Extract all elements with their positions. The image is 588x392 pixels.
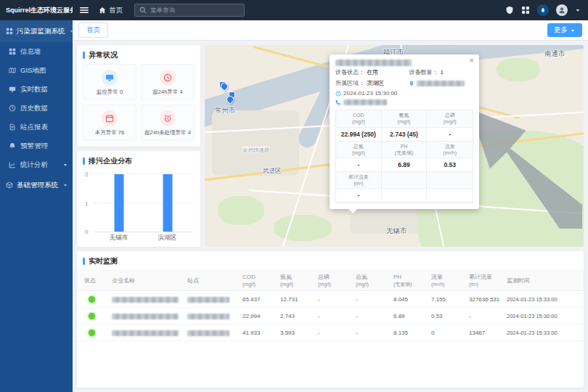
company-name-redacted xyxy=(112,314,179,319)
popup-title-redacted xyxy=(335,60,412,66)
abnormal-card-0[interactable]: 监控异常 0 xyxy=(83,64,136,100)
station-name-redacted xyxy=(187,297,229,303)
table-header: 状态企业名称站点COD(mg/l)氨氮(mg/l)总磷(mg/l)总氮(mg/l… xyxy=(77,270,584,291)
close-icon[interactable]: × xyxy=(470,56,474,65)
column-header: 流量(m³/h) xyxy=(431,271,466,290)
chart-title: 排污企业分布 xyxy=(89,156,132,166)
popup-metric-name: 总氮(mg/l) xyxy=(336,142,382,158)
table-cell: 7.155 xyxy=(431,296,466,303)
status-dot xyxy=(89,296,95,303)
table-cell: - xyxy=(469,313,504,319)
sidebar-item-3[interactable]: 历史数据 xyxy=(0,99,73,118)
column-header: 状态 xyxy=(84,274,109,287)
table-body: 65.43712.731--8.0457.155327636.5312024-0… xyxy=(77,291,584,341)
abnormal-card-1[interactable]: 超24h异常 4 xyxy=(141,64,195,100)
table-cell: - xyxy=(356,296,391,303)
doc-icon xyxy=(9,123,16,131)
enterprise-distribution-panel: 排污企业分布 012无锡市滨湖区 xyxy=(77,151,200,247)
table-cell: - xyxy=(318,313,353,319)
more-button-label: 更多 xyxy=(554,25,568,35)
status-cell xyxy=(84,313,109,319)
popup-metric-value: - xyxy=(336,189,382,203)
sidebar-item-6[interactable]: 统计分析 xyxy=(0,155,73,174)
grid-icon xyxy=(9,48,16,55)
table-cell: - xyxy=(318,296,353,303)
platform-logo-icon[interactable] xyxy=(537,4,549,16)
sidebar-section-basic-management[interactable]: 基础管理系统 xyxy=(0,174,73,196)
avatar[interactable] xyxy=(556,4,568,16)
tab-home[interactable]: 首页 xyxy=(78,23,108,38)
chevron-down-icon[interactable] xyxy=(575,7,581,13)
gis-map[interactable]: × 设备状态： 在用 设备数量： 1 所属区域： xyxy=(205,45,584,247)
popup-metric-value: 6.89 xyxy=(382,158,428,172)
phone-field xyxy=(335,99,473,105)
popup-metric-name: 流量(m³/h) xyxy=(427,142,473,158)
station-cell xyxy=(187,330,240,336)
popup-metric-name: 累计流量(m³) xyxy=(336,172,382,189)
clock-icon xyxy=(163,73,172,82)
station-cell xyxy=(187,313,240,319)
map-label: 常州市 xyxy=(215,106,236,115)
chevron-down-icon xyxy=(69,28,75,34)
title-accent-bar xyxy=(83,52,85,59)
address-field xyxy=(409,79,473,87)
popup-metrics-table: COD(mg/l)氨氮(mg/l)总磷(mg/l)22.994 (250)2.7… xyxy=(335,110,473,203)
sidebar-item-0[interactable]: 信息墙 xyxy=(0,42,73,61)
chart-ytick: 0 xyxy=(85,229,88,235)
top-bar: Squirrel生态环境云服务平台 首页 xyxy=(0,0,588,20)
chart-ytick: 2 xyxy=(85,171,88,178)
breadcrumb[interactable]: 首页 xyxy=(99,6,123,15)
table-row[interactable]: 22.9942.743--6.890.53-2024-01-23 15:30:0… xyxy=(77,308,584,324)
popup-metric-name: 总磷(mg/l) xyxy=(427,110,473,127)
monitor-time: 2024-01-23 15:30:00 xyxy=(507,313,576,319)
chevron-down-icon xyxy=(570,28,576,33)
clock-icon xyxy=(9,105,16,112)
table-row[interactable]: 41.9333.593--8.1350134672024-01-23 15:33… xyxy=(77,324,584,341)
column-header: 站点 xyxy=(187,274,240,287)
company-name-redacted xyxy=(112,297,179,303)
abnormal-panel-title: 异常状况 xyxy=(89,50,118,60)
hamburger-menu-icon[interactable] xyxy=(80,6,89,15)
sidebar-item-label: 实时数据 xyxy=(20,85,48,94)
map-popup: × 设备状态： 在用 设备数量： 1 所属区域： xyxy=(330,54,479,209)
status-dot xyxy=(89,313,95,319)
table-cell: 22.994 xyxy=(242,313,277,319)
map-green-area xyxy=(218,196,264,225)
station-name-redacted xyxy=(187,314,229,319)
abnormal-card-2[interactable]: 本月异常 76 xyxy=(83,105,136,141)
more-button[interactable]: 更多 xyxy=(547,23,582,37)
table-cell: - xyxy=(356,313,391,319)
table-cell: 0.53 xyxy=(431,313,466,319)
location-pin-icon xyxy=(409,81,415,86)
bar-chart: 012无锡市滨湖区 xyxy=(94,174,192,232)
table-cell: - xyxy=(356,330,391,336)
apps-grid-icon[interactable] xyxy=(521,6,530,15)
popup-address-redacted xyxy=(417,81,465,86)
column-header: 监测时间 xyxy=(507,274,576,287)
chart-ytick: 1 xyxy=(85,200,88,206)
abnormal-card-label: 监控异常 0 xyxy=(84,89,135,96)
abnormal-card-3[interactable]: 超24h未处理异常 4 xyxy=(141,105,195,141)
table-cell: 0 xyxy=(431,330,466,336)
company-cell xyxy=(112,313,184,319)
map-urban-area xyxy=(212,110,299,176)
popup-time: 2024-01-23 15:30:00 xyxy=(343,90,397,97)
table-cell: 65.437 xyxy=(242,296,277,303)
map-icon xyxy=(9,67,16,74)
title-accent-bar xyxy=(83,258,85,265)
popup-metric-value xyxy=(382,189,428,203)
menu-search-input[interactable] xyxy=(150,7,240,14)
sidebar-item-4[interactable]: 站点报表 xyxy=(0,118,73,136)
sidebar-item-5[interactable]: 预警管理 xyxy=(0,136,73,155)
content: 异常状况 监控异常 0 超24h异常 4 本月异常 76 超24h未处理异常 4… xyxy=(73,41,588,392)
abnormal-card-label: 本月异常 76 xyxy=(84,129,135,136)
popup-metric-name xyxy=(382,172,428,189)
sidebar-section-pollution-monitoring[interactable]: 污染源监测系统 xyxy=(0,20,73,42)
table-row[interactable]: 65.43712.731--8.0457.155327636.5312024-0… xyxy=(77,291,584,308)
table-cell: 8.045 xyxy=(393,296,428,303)
sidebar-item-1[interactable]: GIS地图 xyxy=(0,61,73,80)
monitor-time: 2024-01-23 15:33:00 xyxy=(507,296,576,303)
sidebar-item-2[interactable]: 实时数据 xyxy=(0,80,73,99)
shield-icon[interactable] xyxy=(505,6,514,15)
bell-icon xyxy=(9,142,16,150)
